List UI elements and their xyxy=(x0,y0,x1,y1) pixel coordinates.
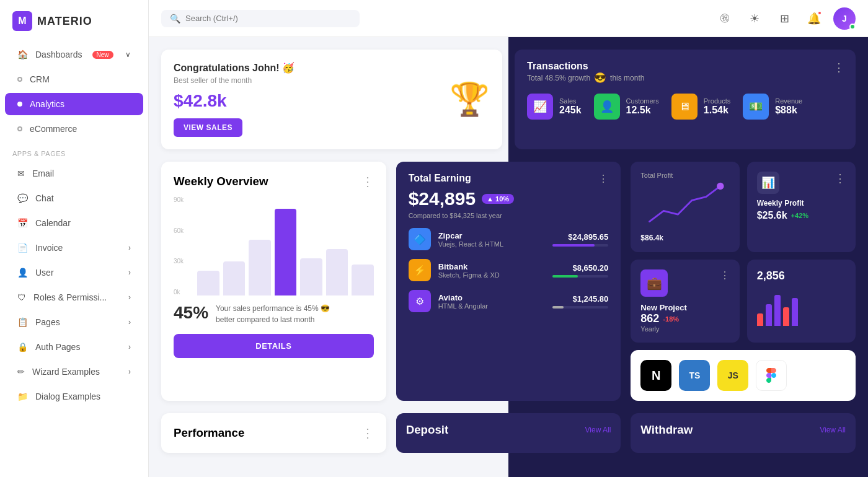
sidebar-item-auth[interactable]: 🔒 Auth Pages › xyxy=(5,336,143,358)
sidebar-label-email: Email xyxy=(32,168,54,178)
row2: Weekly Overview ⋮ 90k 60k 30k 0k xyxy=(161,162,856,401)
shield-icon: 🛡 xyxy=(17,292,26,302)
sidebar-item-crm[interactable]: CRM xyxy=(5,68,143,90)
sidebar: M MATERIO 🏠 Dashboards New ∨ CRM Analyti… xyxy=(0,0,149,477)
ts-label: TS xyxy=(689,370,700,380)
pages-icon: 📋 xyxy=(17,317,28,327)
sidebar-label-dialog: Dialog Examples xyxy=(35,392,100,401)
stat-revenue-info: Revenue $88k xyxy=(775,97,802,116)
figma-svg xyxy=(764,368,779,383)
congrats-title: Congratulations John! 🥳 xyxy=(174,62,294,74)
transactions-card: Transactions Total 48.5% growth 😎 this m… xyxy=(515,50,856,149)
sidebar-label-ecommerce: eCommerce xyxy=(30,124,77,134)
aviato-info: Aviato HTML & Angular xyxy=(438,293,488,310)
chevron-icon: › xyxy=(128,367,131,376)
mini-bars-card: 2,856 xyxy=(747,260,856,343)
topbar: 🔍 ㊗ ☀ ⊞ 🔔 J xyxy=(149,0,868,37)
mini-bar-chart xyxy=(757,289,846,326)
performance-card: Performance ⋮ xyxy=(161,413,386,453)
sidebar-item-user[interactable]: 👤 User › xyxy=(5,261,143,284)
stat-sales-info: Sales 245k xyxy=(559,97,582,116)
sidebar-label-pages: Pages xyxy=(35,317,60,327)
sidebar-item-dashboards[interactable]: 🏠 Dashboards New ∨ xyxy=(5,43,143,66)
mini-bars-total: 2,856 xyxy=(757,269,846,282)
bitbank-info: Bitbank Sketch, Figma & XD xyxy=(438,262,500,279)
sidebar-label-invoice: Invoice xyxy=(35,243,63,253)
np-more-btn[interactable]: ⋮ xyxy=(720,269,730,281)
bar-3 xyxy=(249,240,271,295)
grid-btn[interactable]: ⊞ xyxy=(774,8,795,29)
avatar-letter: J xyxy=(842,14,847,24)
weekly-percent: 45% xyxy=(174,303,208,323)
search-input[interactable] xyxy=(185,14,351,23)
transactions-title: Transactions xyxy=(527,61,843,72)
aviato-amount-col: $1,245.80 xyxy=(552,294,608,309)
earning-item-aviato: ⚙ Aviato HTML & Angular $1,245.80 xyxy=(409,290,609,312)
svg-point-0 xyxy=(717,183,724,190)
translate-btn[interactable]: ㊗ xyxy=(714,8,735,29)
view-sales-button[interactable]: VIEW SALES xyxy=(174,118,242,137)
earning-badge: ▲ 10% xyxy=(482,194,514,204)
trans-emoji: 😎 xyxy=(594,72,606,84)
sidebar-item-ecommerce[interactable]: eCommerce xyxy=(5,118,143,140)
email-icon: ✉ xyxy=(17,168,25,178)
trans-more-btn[interactable]: ⋮ xyxy=(833,61,844,74)
bitbank-progress-fill xyxy=(552,275,578,278)
mini-bar-4 xyxy=(783,307,789,326)
tech-logos-card: N TS JS xyxy=(631,350,856,401)
congrats-left: Congratulations John! 🥳 Best seller of t… xyxy=(174,62,294,137)
withdraw-header: Withdraw View All xyxy=(640,423,846,437)
profit-chart-val: $86.4k xyxy=(640,234,729,242)
zipcar-amount: $24,895.65 xyxy=(552,232,608,242)
stat-sales: 📈 Sales 245k xyxy=(527,94,582,120)
y-label-0k: 0k xyxy=(174,289,193,295)
profit-more-btn[interactable]: ⋮ xyxy=(835,172,846,185)
profit-stats-card: 📊 ⋮ Weekly Profit $25.6k +42% xyxy=(747,162,856,252)
sidebar-item-analytics[interactable]: Analytics xyxy=(5,93,143,115)
sidebar-item-invoice[interactable]: 📄 Invoice › xyxy=(5,237,143,259)
earning-more-btn[interactable]: ⋮ xyxy=(598,173,608,185)
zipcar-progress-bar xyxy=(552,244,608,247)
trans-subtitle-prefix: Total 48.5% growth xyxy=(527,74,590,82)
sidebar-item-roles[interactable]: 🛡 Roles & Permissi... › xyxy=(5,286,143,309)
details-button[interactable]: DETAILS xyxy=(174,334,374,358)
logo-container: M MATERIO xyxy=(0,0,148,42)
y-label-60k: 60k xyxy=(174,227,193,234)
theme-btn[interactable]: ☀ xyxy=(744,8,765,29)
sidebar-item-wizard[interactable]: ✏ Wizard Examples › xyxy=(5,361,143,383)
avatar-btn[interactable]: J xyxy=(833,7,856,30)
revenue-label: Revenue xyxy=(775,97,802,105)
mini-bar-2 xyxy=(766,304,772,326)
sidebar-item-dialog[interactable]: 📁 Dialog Examples xyxy=(5,385,143,408)
deposit-view-all[interactable]: View All xyxy=(585,426,611,434)
np-val-row: 862 -18% xyxy=(640,312,729,325)
logo-next: N xyxy=(640,360,671,391)
chevron-icon: › xyxy=(128,243,131,252)
search-container[interactable]: 🔍 xyxy=(161,10,360,27)
aviato-sub: HTML & Angular xyxy=(438,302,488,310)
earning-amount-row: $24,895 ▲ 10% xyxy=(409,188,609,209)
weekly-more-btn[interactable]: ⋮ xyxy=(361,174,374,189)
chevron-icon: › xyxy=(128,293,131,302)
stat-customers-info: Customers 12.5k xyxy=(626,97,659,116)
products-icon: 🖥 xyxy=(671,94,698,120)
sidebar-label-roles: Roles & Permissi... xyxy=(33,292,107,302)
profit-header: 📊 ⋮ xyxy=(757,172,846,194)
withdraw-view-all[interactable]: View All xyxy=(820,426,846,434)
congrats-amount: $42.8k xyxy=(174,91,294,111)
notifications-btn[interactable]: 🔔 xyxy=(804,8,825,29)
weekly-profit-val: $25.6k xyxy=(757,210,787,221)
revenue-icon: 💵 xyxy=(743,94,769,120)
sidebar-label-crm: CRM xyxy=(30,74,50,84)
sales-label: Sales xyxy=(559,97,582,105)
weekly-header: Weekly Overview ⋮ xyxy=(174,174,374,189)
sidebar-item-chat[interactable]: 💬 Chat xyxy=(5,187,143,209)
performance-more-btn[interactable]: ⋮ xyxy=(361,426,374,440)
sidebar-item-email[interactable]: ✉ Email xyxy=(5,162,143,185)
sales-value: 245k xyxy=(559,105,582,116)
sidebar-item-pages[interactable]: 📋 Pages › xyxy=(5,311,143,333)
dot-icon-analytics xyxy=(17,102,22,107)
chevron-icon: › xyxy=(128,343,131,351)
sidebar-item-calendar[interactable]: 📅 Calendar xyxy=(5,212,143,234)
row1: Congratulations John! 🥳 Best seller of t… xyxy=(161,50,856,149)
